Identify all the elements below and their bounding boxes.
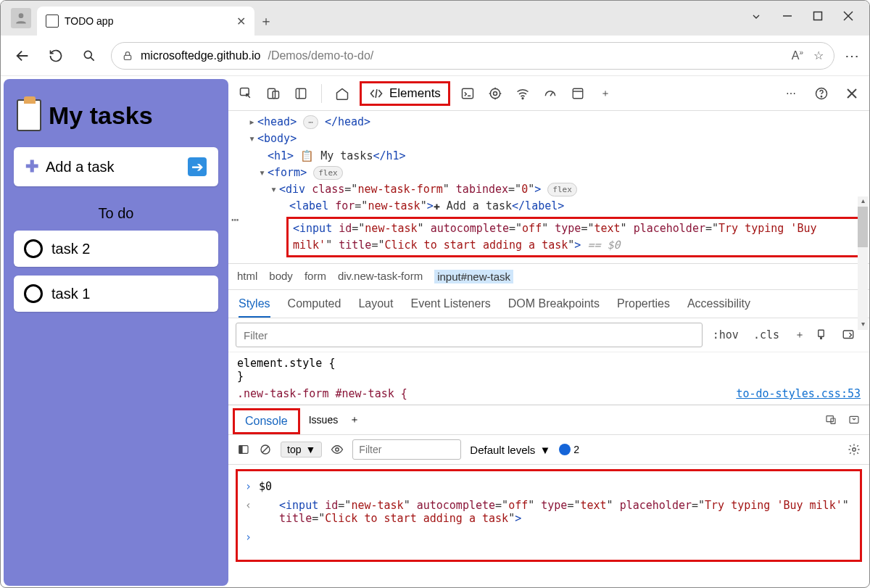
css-rules[interactable]: element.style { } .new-task-form #new-ta… bbox=[228, 352, 869, 405]
scrollbar-thumb[interactable] bbox=[858, 207, 868, 247]
task-item[interactable]: task 1 bbox=[14, 276, 218, 312]
flex-badge[interactable]: flex bbox=[547, 183, 577, 196]
favorite-icon[interactable]: ☆ bbox=[813, 49, 824, 62]
cls-toggle[interactable]: .cls bbox=[749, 328, 784, 341]
tab-properties[interactable]: Properties bbox=[617, 297, 670, 310]
panel-layout-icon[interactable] bbox=[291, 83, 311, 104]
dock-icon[interactable] bbox=[824, 414, 837, 426]
heading-text: My tasks bbox=[49, 102, 153, 130]
task-label: task 1 bbox=[51, 286, 90, 302]
prompt-caret-icon: › bbox=[245, 480, 252, 493]
tab-title: TODO app bbox=[65, 15, 231, 27]
close-window-icon[interactable] bbox=[843, 11, 853, 25]
dom-node[interactable]: <label bbox=[289, 199, 335, 212]
tab-styles[interactable]: Styles bbox=[239, 297, 270, 318]
back-button[interactable] bbox=[11, 44, 34, 67]
collapse-drawer-icon[interactable] bbox=[848, 414, 861, 426]
breadcrumb-item[interactable]: input#new-task bbox=[434, 270, 513, 283]
dom-node[interactable]: <head> bbox=[257, 115, 297, 128]
tab-elements[interactable]: Elements bbox=[360, 81, 450, 106]
tab-accessibility[interactable]: Accessibility bbox=[687, 297, 750, 310]
tab-dom-breakpoints[interactable]: DOM Breakpoints bbox=[508, 297, 600, 310]
window-titlebar: TODO app ✕ ＋ bbox=[1, 1, 869, 36]
profile-avatar-icon[interactable] bbox=[11, 8, 31, 28]
source-link[interactable]: to-do-styles.css:53 bbox=[736, 387, 861, 400]
browser-menu-button[interactable]: ⋯ bbox=[845, 47, 859, 65]
rule-selector[interactable]: element.style { bbox=[237, 357, 861, 370]
help-icon[interactable] bbox=[811, 83, 832, 104]
more-tabs-icon[interactable]: ＋ bbox=[595, 83, 616, 104]
clear-console-icon[interactable] bbox=[259, 443, 272, 456]
device-toggle-icon[interactable] bbox=[263, 83, 283, 104]
breadcrumb-item[interactable]: div.new-task-form bbox=[338, 270, 423, 283]
circle-icon[interactable] bbox=[24, 284, 43, 303]
minimize-icon[interactable] bbox=[782, 11, 792, 25]
log-levels-select[interactable]: Default levels ▼ bbox=[470, 444, 550, 456]
console-settings-icon[interactable] bbox=[848, 443, 861, 456]
svg-line-7 bbox=[91, 57, 94, 61]
tab-console[interactable]: Console bbox=[233, 408, 300, 434]
live-expr-icon[interactable] bbox=[331, 443, 344, 456]
chevron-down-icon[interactable] bbox=[750, 11, 762, 25]
tab-issues[interactable]: Issues bbox=[309, 414, 338, 426]
new-tab-button[interactable]: ＋ bbox=[254, 7, 278, 36]
welcome-icon[interactable] bbox=[332, 83, 352, 104]
styles-filter-input[interactable] bbox=[236, 323, 703, 347]
tab-layout[interactable]: Layout bbox=[358, 297, 393, 310]
circle-icon[interactable] bbox=[24, 239, 43, 258]
breadcrumb-item[interactable]: body bbox=[269, 270, 293, 283]
new-rule-icon[interactable]: ＋ bbox=[790, 328, 810, 341]
application-icon[interactable] bbox=[568, 83, 588, 104]
inspect-icon[interactable] bbox=[236, 83, 256, 104]
console-output[interactable]: ›$0 ‹ <input id="new-task" autocomplete=… bbox=[236, 469, 862, 562]
console-input-line[interactable]: $0 bbox=[259, 480, 272, 493]
rule-selector[interactable]: .new-task-form #new-task { bbox=[237, 387, 407, 400]
task-item[interactable]: task 2 bbox=[14, 231, 218, 267]
svg-rect-12 bbox=[296, 88, 306, 99]
tab-computed[interactable]: Computed bbox=[288, 297, 341, 310]
address-bar[interactable]: microsoftedge.github.io/Demos/demo-to-do… bbox=[111, 42, 834, 70]
reader-icon[interactable]: A» bbox=[792, 49, 803, 62]
paintbrush-icon[interactable] bbox=[816, 328, 836, 341]
browser-tab[interactable]: TODO app ✕ bbox=[37, 7, 254, 36]
tab-event-listeners[interactable]: Event Listeners bbox=[410, 297, 490, 310]
devtools-menu-icon[interactable]: ⋯ bbox=[781, 83, 801, 104]
hov-toggle[interactable]: :hov bbox=[708, 328, 743, 341]
computed-toggle-icon[interactable] bbox=[842, 328, 862, 341]
console-result[interactable]: <input id="new-task" autocomplete="off" … bbox=[259, 499, 853, 525]
dom-tree[interactable]: ⋯ ▸<head> ⋯ </head> ▾<body> <h1> 📋 My ta… bbox=[228, 111, 869, 263]
output-caret-icon: ‹ bbox=[245, 499, 252, 525]
dom-node[interactable]: <div bbox=[279, 183, 312, 196]
breadcrumb-item[interactable]: html bbox=[237, 270, 257, 283]
dom-node[interactable]: <body> bbox=[257, 132, 297, 145]
submit-arrow-icon[interactable]: ➔ bbox=[188, 157, 207, 176]
more-drawer-icon[interactable]: ＋ bbox=[349, 413, 360, 426]
sources-icon[interactable] bbox=[485, 83, 505, 104]
sidebar-toggle-icon[interactable] bbox=[237, 444, 250, 455]
scroll-down-icon[interactable]: ▾ bbox=[858, 320, 868, 330]
network-icon[interactable] bbox=[513, 83, 533, 104]
vertical-scrollbar[interactable]: ▴ ▾ bbox=[858, 196, 868, 330]
close-tab-icon[interactable]: ✕ bbox=[236, 15, 246, 28]
scroll-up-icon[interactable]: ▴ bbox=[858, 196, 868, 207]
dom-val: text bbox=[594, 222, 620, 235]
dom-node[interactable]: <form> bbox=[268, 166, 307, 179]
console-toolbar: top ▼ Default levels ▼ 2 bbox=[228, 434, 869, 465]
selected-dom-node[interactable]: <input id="new-task" autocomplete="off" … bbox=[286, 217, 865, 258]
flex-badge[interactable]: flex bbox=[313, 166, 343, 180]
message-count[interactable]: 2 bbox=[559, 444, 579, 455]
search-icon[interactable] bbox=[78, 44, 101, 67]
console-filter-input[interactable] bbox=[352, 439, 461, 460]
dom-node[interactable]: <h1> bbox=[268, 149, 294, 162]
add-task-input[interactable]: ✚ Add a task ➔ bbox=[14, 147, 218, 186]
ellipsis-icon[interactable]: ⋯ bbox=[231, 210, 241, 230]
performance-icon[interactable] bbox=[540, 83, 560, 104]
close-devtools-icon[interactable] bbox=[842, 83, 862, 104]
refresh-button[interactable] bbox=[44, 44, 67, 67]
dom-breadcrumb[interactable]: html body form div.new-task-form input#n… bbox=[228, 263, 869, 290]
dom-attr: class bbox=[312, 183, 344, 196]
console-tab-icon[interactable] bbox=[457, 83, 478, 104]
context-select[interactable]: top ▼ bbox=[281, 442, 322, 457]
breadcrumb-item[interactable]: form bbox=[304, 270, 326, 283]
maximize-icon[interactable] bbox=[813, 11, 823, 25]
